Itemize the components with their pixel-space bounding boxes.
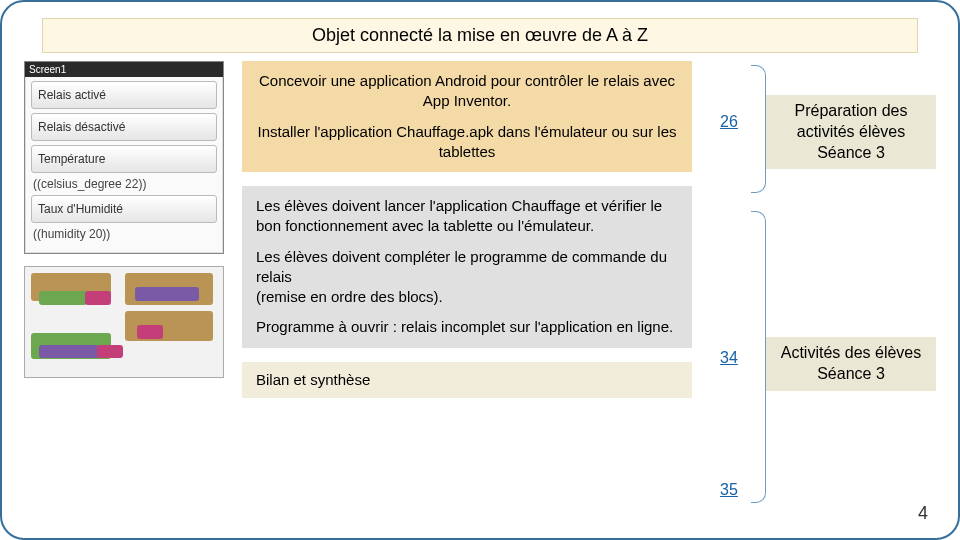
phone-humidity-line: ((humidity 20)) [33,227,215,241]
phone-btn-humidity: Taux d'Humidité [31,195,217,223]
link-26[interactable]: 26 [710,113,748,131]
card-bilan: Bilan et synthèse [242,362,692,398]
phone-btn-temp: Température [31,145,217,173]
bracket-bottom [751,211,766,503]
act-line-3: Programme à ouvrir : relais incomplet su… [256,317,678,337]
phone-title-bar: Screen1 [25,62,223,77]
link-35[interactable]: 35 [710,481,748,499]
middle-column: Concevoir une application Android pour c… [242,61,692,520]
session-prep: Préparation des activités élèves Séance … [766,95,936,169]
sessions-column: Préparation des activités élèves Séance … [766,61,936,520]
page-links-column: 26 34 35 [710,61,748,520]
act-line-2: Les élèves doivent compléter le programm… [256,247,678,308]
page-number: 4 [918,503,928,524]
prep-line-1: Concevoir une application Android pour c… [256,71,678,112]
phone-celsius-line: ((celsius_degree 22)) [33,177,215,191]
session-act: Activités des élèves Séance 3 [766,337,936,391]
phone-btn-relais-on: Relais activé [31,81,217,109]
prep-line-2: Installer l'application Chauffage.apk da… [256,122,678,163]
appinventor-blocks [24,266,224,378]
card-activities: Les élèves doivent lancer l'application … [242,186,692,348]
phone-btn-relais-off: Relais désactivé [31,113,217,141]
link-34[interactable]: 34 [710,349,748,367]
body: Screen1 Relais activé Relais désactivé T… [24,61,936,520]
act-line-1: Les élèves doivent lancer l'application … [256,196,678,237]
bilan-text: Bilan et synthèse [256,371,370,388]
phone-mock: Screen1 Relais activé Relais désactivé T… [24,61,224,254]
page-title: Objet connecté la mise en œuvre de A à Z [42,18,918,53]
bracket-top [751,65,766,193]
left-illustrations: Screen1 Relais activé Relais désactivé T… [24,61,224,520]
card-preparation: Concevoir une application Android pour c… [242,61,692,172]
